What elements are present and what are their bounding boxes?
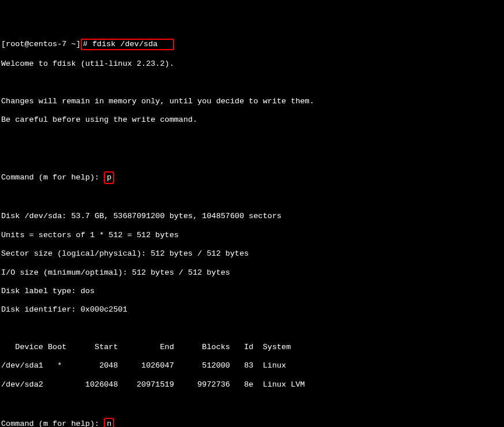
prompt-line: [root@centos-7 ~]# fdisk /dev/sda: [1, 39, 503, 50]
disk-info-line: Sector size (logical/physical): 512 byte…: [1, 249, 503, 259]
fdisk-command[interactable]: # fdisk /dev/sda: [83, 40, 172, 48]
fdisk-command-highlight: # fdisk /dev/sda: [81, 39, 174, 50]
table-row: /dev/sda2 1026048 20971519 9972736 8e Li…: [1, 380, 503, 389]
fdisk-input-n[interactable]: n: [107, 419, 111, 427]
blank-line: [1, 324, 503, 334]
prompt-user-host: [root@centos-7 ~: [1, 40, 76, 48]
disk-info-line: Disk label type: dos: [1, 287, 503, 296]
disk-info-line: I/O size (minimum/optimal): 512 bytes / …: [1, 268, 503, 278]
blank-line: [1, 78, 503, 88]
command-prompt: Command (m for help):: [1, 419, 104, 427]
warning-line-1: Changes will remain in memory only, unti…: [1, 97, 503, 106]
blank-line: [1, 134, 503, 144]
command-line-n: Command (m for help): n: [1, 418, 503, 427]
welcome-line: Welcome to fdisk (util-linux 2.23.2).: [1, 59, 503, 69]
table-row: /dev/sda1 * 2048 1026047 512000 83 Linux: [1, 361, 503, 370]
disk-info-line: Disk identifier: 0x000c2501: [1, 305, 503, 314]
table-header: Device Boot Start End Blocks Id System: [1, 343, 503, 352]
input-n-highlight: n: [104, 418, 114, 427]
warning-line-2: Be careful before using the write comman…: [1, 115, 503, 125]
input-p-highlight: p: [104, 171, 114, 184]
disk-info-line: Units = sectors of 1 * 512 = 512 bytes: [1, 231, 503, 240]
blank-line: [1, 153, 503, 162]
prompt-sep: ]: [76, 40, 81, 48]
blank-line: [1, 399, 503, 408]
blank-line: [1, 193, 503, 203]
disk-info-line: Disk /dev/sda: 53.7 GB, 53687091200 byte…: [1, 212, 503, 221]
command-line-p1: Command (m for help): p: [1, 171, 503, 184]
fdisk-input-p[interactable]: p: [107, 173, 111, 182]
command-prompt: Command (m for help):: [1, 173, 104, 182]
